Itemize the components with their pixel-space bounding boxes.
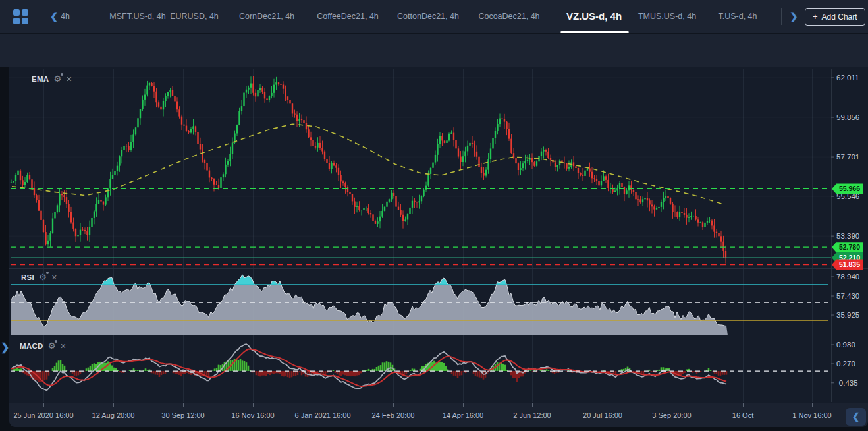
- tab-4h[interactable]: 4h: [61, 0, 76, 33]
- divider: [41, 8, 41, 25]
- rsi-remove-icon[interactable]: ✕: [51, 273, 57, 282]
- ema-remove-icon[interactable]: ✕: [66, 75, 72, 84]
- y-axis-label: 0.980: [836, 341, 855, 349]
- tab-t-us-d-4h[interactable]: T.US-d, 4h: [718, 0, 757, 33]
- time-axis-label: 30 Sep 12:00: [161, 411, 204, 419]
- macd-remove-icon[interactable]: ✕: [60, 342, 66, 351]
- add-chart-button[interactable]: +Add Chart: [805, 8, 865, 26]
- tab-eurusd-4h[interactable]: EURUSD, 4h: [170, 0, 219, 33]
- rsi-settings-gear-icon[interactable]: ⚙: [39, 273, 47, 282]
- time-axis-label: 2 Jun 12:00: [513, 411, 551, 419]
- macd-settings-gear-icon[interactable]: ⚙: [48, 341, 56, 351]
- collapse-icon[interactable]: —: [20, 75, 27, 83]
- ema-settings-gear-icon[interactable]: ⚙: [53, 74, 61, 84]
- time-axis-label: 16 Oct: [732, 411, 753, 419]
- y-axis-label: 59.856: [836, 113, 859, 121]
- chart-tab-bar: ❮ 4hMSFT.US-d, 4hEURUSD, 4hCornDec21, 4h…: [0, 0, 868, 33]
- apps-grid-icon[interactable]: [13, 9, 29, 25]
- tab-tmus-us-d-4h[interactable]: TMUS.US-d, 4h: [638, 0, 696, 33]
- time-axis-label: 6 Jan 2021 16:00: [294, 411, 350, 419]
- y-axis-label: -0.435: [836, 379, 858, 387]
- scroll-to-latest-button[interactable]: ❮: [846, 408, 866, 426]
- y-axis-label: 78.940: [836, 273, 859, 281]
- tab-msft-us-d-4h[interactable]: MSFT.US-d, 4h: [109, 0, 165, 33]
- chart-toolbar: 1h 4h D W M: [0, 33, 868, 67]
- time-axis-label: 24 Feb 20:00: [372, 411, 415, 419]
- plus-icon: +: [813, 12, 818, 22]
- ema-label: EMA: [32, 75, 49, 83]
- time-axis-label: 16 Nov 16:00: [231, 411, 274, 419]
- tab-cocoadec21-4h[interactable]: CocoaDec21, 4h: [478, 0, 539, 33]
- rsi-label: RSI: [21, 273, 34, 281]
- y-axis-label: 0.270: [836, 360, 855, 368]
- tab-cottondec21-4h[interactable]: CottonDec21, 4h: [397, 0, 459, 33]
- time-axis-label: 20 Jul 16:00: [583, 411, 622, 419]
- ema-indicator-header: — EMA ⚙ ✕: [20, 74, 72, 84]
- y-axis-label: 35.925: [836, 311, 859, 319]
- y-axis-label: 57.701: [836, 153, 859, 161]
- svg-text:51.835: 51.835: [839, 260, 860, 268]
- price-chart-canvas[interactable]: 62.01159.85657.70155.54653.39078.94057.4…: [0, 67, 868, 431]
- time-axis-label: 3 Sep 20:00: [652, 411, 691, 419]
- chevron-left-icon[interactable]: ❮: [50, 9, 59, 24]
- tab-coffeedec21-4h[interactable]: CoffeeDec21, 4h: [317, 0, 379, 33]
- y-axis-label: 62.011: [836, 74, 859, 82]
- time-axis-label: 25 Jun 2020 16:00: [13, 411, 73, 419]
- chevron-right-icon[interactable]: ❯: [790, 9, 798, 24]
- chart-area: 62.01159.85657.70155.54653.39078.94057.4…: [0, 67, 868, 431]
- svg-text:55.966: 55.966: [839, 185, 860, 192]
- trading-platform-window: ❮ 4hMSFT.US-d, 4hEURUSD, 4hCornDec21, 4h…: [0, 0, 868, 431]
- sidebar-expand-chevron-icon[interactable]: ❯: [1, 341, 9, 353]
- time-axis-label: 14 Apr 16:00: [443, 411, 483, 419]
- tab-vz-us-d-4h[interactable]: VZ.US-d, 4h: [566, 0, 622, 33]
- divider: [781, 8, 782, 25]
- macd-indicator-header: MACD ⚙ ✕: [20, 341, 67, 351]
- macd-label: MACD: [20, 342, 43, 350]
- time-axis-label: 12 Aug 20:00: [92, 411, 135, 419]
- rsi-indicator-header: RSI ⚙ ✕: [21, 272, 57, 283]
- y-axis-label: 57.430: [836, 292, 859, 300]
- time-axis-label: 1 Nov 16:00: [792, 411, 831, 419]
- svg-text:52.780: 52.780: [839, 243, 860, 251]
- y-axis-label: 53.390: [836, 232, 859, 240]
- tab-corndec21-4h[interactable]: CornDec21, 4h: [239, 0, 294, 33]
